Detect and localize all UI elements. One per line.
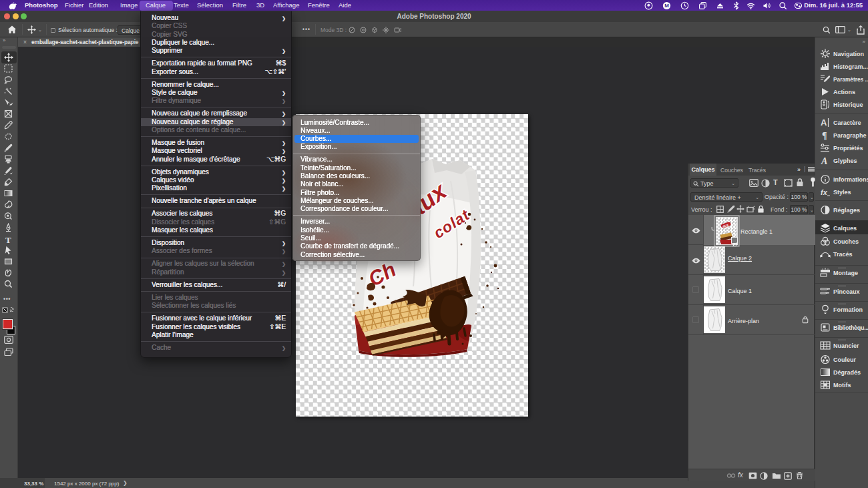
svg-text:A: A bbox=[821, 117, 827, 128]
svg-text:¶: ¶ bbox=[822, 131, 827, 140]
svg-text:M: M bbox=[664, 3, 669, 9]
svg-text:fx: fx bbox=[821, 188, 828, 196]
svg-text:A: A bbox=[821, 156, 827, 166]
